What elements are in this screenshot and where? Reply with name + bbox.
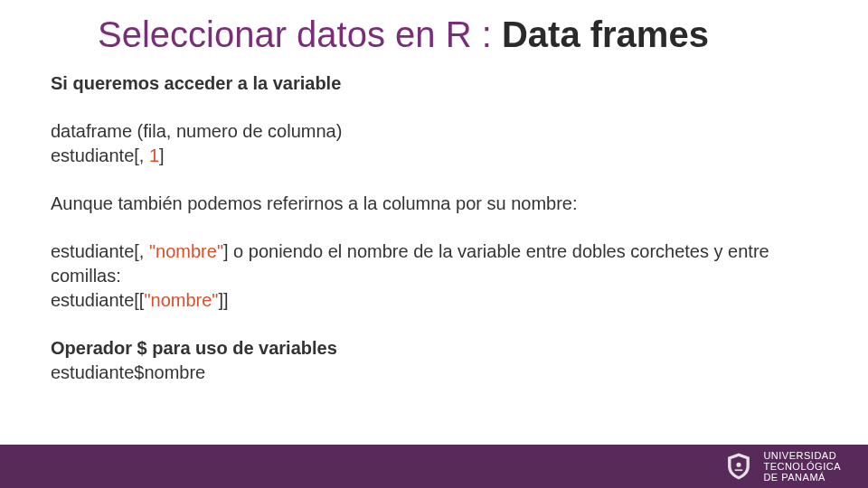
code-line-index: estudiante[, 1] xyxy=(51,144,817,168)
spacer xyxy=(51,313,817,336)
code-string: "nombre" xyxy=(149,241,223,261)
title-part1: Seleccionar datos en R : xyxy=(98,14,502,54)
code-line-syntax: dataframe (fila, numero de columna) xyxy=(51,119,817,144)
subheading-access-variable: Si queremos acceder a la variable xyxy=(51,71,817,96)
code-text: ]] xyxy=(218,290,228,310)
svg-point-0 xyxy=(737,463,741,467)
org-name-line2: TECNOLÓGICA xyxy=(763,461,841,472)
code-text: estudiante[, xyxy=(51,241,149,261)
code-line-double-bracket: estudiante[["nombre"]] xyxy=(51,288,817,313)
spacer xyxy=(51,216,817,239)
code-text: estudiante[, xyxy=(51,145,149,165)
slide-title: Seleccionar datos en R : Data frames xyxy=(0,0,868,55)
org-name-line1: UNIVERSIDAD xyxy=(763,450,841,461)
code-text: estudiante[[ xyxy=(51,290,144,310)
code-number: 1 xyxy=(149,145,159,165)
slide: Seleccionar datos en R : Data frames Si … xyxy=(0,0,868,488)
code-text: ] xyxy=(159,145,165,165)
university-logo: UNIVERSIDAD TECNOLÓGICA DE PANAMÁ xyxy=(723,450,841,483)
footer-bar: UNIVERSIDAD TECNOLÓGICA DE PANAMÁ xyxy=(0,445,868,488)
subheading-dollar-operator: Operador $ para uso de variables xyxy=(51,336,817,361)
org-name-line3: DE PANAMÁ xyxy=(763,472,841,483)
text-column-by-name: Aunque también podemos referirnos a la c… xyxy=(51,192,817,216)
spacer xyxy=(51,96,817,119)
code-line-dollar: estudiante$nombre xyxy=(51,361,817,385)
university-name: UNIVERSIDAD TECNOLÓGICA DE PANAMÁ xyxy=(763,450,841,483)
slide-content: Si queremos acceder a la variable datafr… xyxy=(0,55,868,385)
spacer xyxy=(51,168,817,192)
code-string: "nombre" xyxy=(144,290,218,310)
title-part2: Data frames xyxy=(502,14,709,54)
shield-icon xyxy=(723,451,754,482)
code-line-name-bracket: estudiante[, "nombre"] o poniendo el nom… xyxy=(51,239,817,288)
